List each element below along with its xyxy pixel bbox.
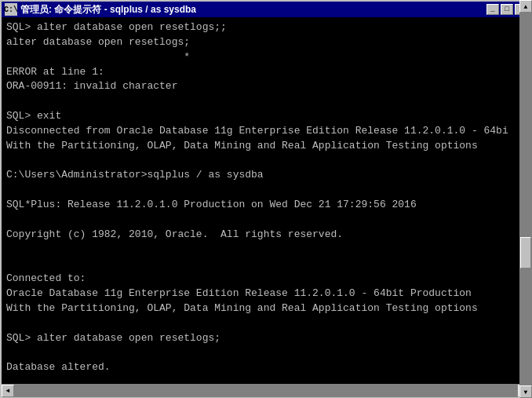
- terminal-line: Disconnected from Oracle Database 11g En…: [6, 124, 513, 139]
- terminal-line: Connected to:: [6, 272, 513, 287]
- terminal-line: [6, 213, 513, 228]
- terminal-line: ORA-00911: invalid character: [6, 79, 513, 94]
- scroll-thumb[interactable]: [520, 237, 530, 268]
- vertical-scrollbar[interactable]: ▲ ▼: [519, 17, 530, 384]
- terminal-line: [6, 154, 513, 169]
- terminal-content[interactable]: SQL> alter database open resetlogs;; alt…: [2, 17, 530, 384]
- terminal-line: SQL*Plus: Release 11.2.0.1.0 Production …: [6, 198, 513, 213]
- terminal-line: Database altered.: [6, 360, 513, 375]
- terminal-line: ERROR at line 1:: [6, 65, 513, 80]
- terminal-line: alter database open resetlogs;: [6, 35, 513, 50]
- terminal-line: [6, 346, 513, 361]
- window-title: 管理员: 命令提示符 - sqlplus / as sysdba: [20, 3, 196, 16]
- horizontal-scroll-track[interactable]: [14, 385, 518, 397]
- terminal-line: Oracle Database 11g Enterprise Edition R…: [6, 287, 513, 301]
- terminal-line: [6, 257, 513, 272]
- terminal-line: SQL> alter database open resetlogs;: [6, 331, 513, 346]
- scroll-track[interactable]: [519, 17, 530, 384]
- terminal-line: With the Partitioning, OLAP, Data Mining…: [6, 139, 513, 154]
- title-bar-left: C:\ 管理员: 命令提示符 - sqlplus / as sysdba: [5, 3, 196, 16]
- terminal-line: C:\Users\Administrator>sqlplus / as sysd…: [6, 168, 513, 183]
- restore-button[interactable]: □: [501, 4, 513, 15]
- window-icon: C:\: [5, 3, 17, 16]
- terminal-line: SQL> alter database open resetlogs;;: [6, 20, 513, 35]
- title-bar: C:\ 管理员: 命令提示符 - sqlplus / as sysdba _ □…: [2, 2, 530, 17]
- scroll-left-button[interactable]: ◄: [2, 385, 14, 397]
- terminal-line: [6, 183, 513, 198]
- terminal-line: [6, 94, 513, 109]
- terminal-line: SQL> exit: [6, 109, 513, 124]
- horizontal-scrollbar[interactable]: ◄ ►: [2, 384, 530, 396]
- minimize-button[interactable]: _: [486, 4, 499, 15]
- terminal-line: [6, 243, 513, 257]
- terminal-line: *: [6, 50, 513, 65]
- terminal-line: [6, 316, 513, 331]
- terminal-line: Copyright (c) 1982, 2010, Oracle. All ri…: [6, 228, 513, 243]
- terminal-window: C:\ 管理员: 命令提示符 - sqlplus / as sysdba _ □…: [0, 0, 532, 398]
- terminal-line: With the Partitioning, OLAP, Data Mining…: [6, 301, 513, 316]
- terminal-line: [6, 375, 513, 384]
